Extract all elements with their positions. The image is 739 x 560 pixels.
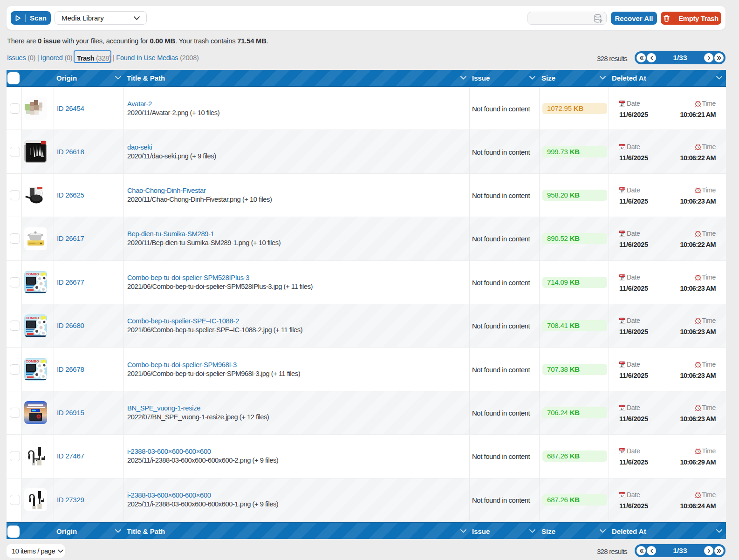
svg-text:17: 17 bbox=[620, 364, 624, 367]
svg-text:17: 17 bbox=[620, 233, 624, 236]
svg-text:17: 17 bbox=[620, 146, 624, 150]
svg-text:COMBO: COMBO bbox=[26, 316, 39, 320]
svg-text:17: 17 bbox=[620, 494, 624, 498]
svg-text:COMBO: COMBO bbox=[26, 359, 39, 363]
svg-text:COMBO: COMBO bbox=[26, 272, 39, 276]
svg-text:17: 17 bbox=[620, 451, 624, 454]
svg-text:17: 17 bbox=[620, 103, 624, 106]
svg-text:17: 17 bbox=[620, 407, 624, 410]
svg-text:17: 17 bbox=[620, 320, 624, 323]
svg-text:17: 17 bbox=[620, 277, 624, 280]
svg-text:17: 17 bbox=[620, 190, 624, 193]
